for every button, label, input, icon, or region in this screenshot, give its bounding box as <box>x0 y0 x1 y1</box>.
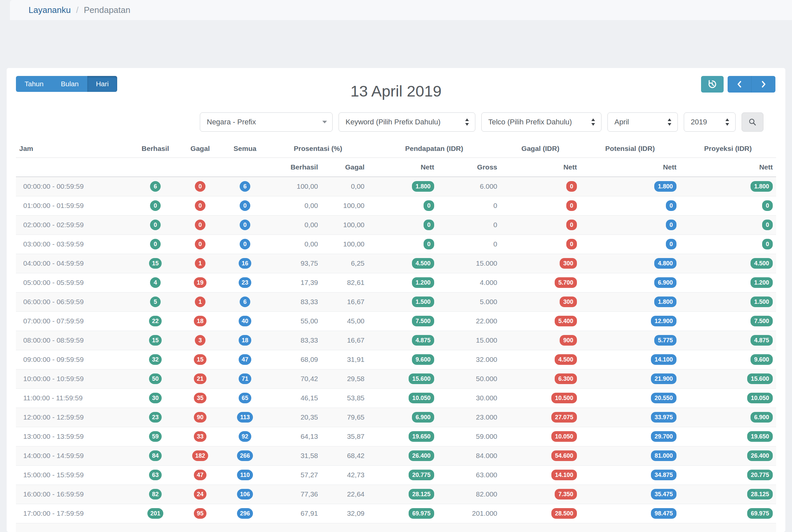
cell-pros_gagal: 22,64 <box>321 484 368 504</box>
breadcrumb-link-layananku[interactable]: Layananku <box>29 5 71 15</box>
berhasil-badge: 0 <box>150 239 161 249</box>
proyeksi-badge: 9.600 <box>751 354 773 365</box>
proyeksi-badge: 19.650 <box>747 431 773 442</box>
period-button-bulan[interactable]: Bulan <box>52 76 87 92</box>
cell-berhasil: 30 <box>132 388 179 407</box>
breadcrumb-current-pendapatan: Pendapatan <box>84 5 130 15</box>
history-button[interactable] <box>701 76 724 93</box>
semua-badge: 71 <box>239 374 251 384</box>
year-value: 2019 <box>691 118 707 126</box>
gagal-idr-badge: 300 <box>560 297 577 307</box>
cell-pros_gagal: 32,09 <box>321 504 368 523</box>
proyeksi-badge: 26.400 <box>747 451 773 461</box>
chevron-right-icon <box>760 80 767 88</box>
keyword-select[interactable]: Keyword (Pilih Prefix Dahulu) <box>338 112 475 132</box>
cell-semua: 296 <box>222 504 268 523</box>
pendapatan-nett-badge: 6.900 <box>412 412 434 422</box>
pendapatan-nett-badge: 26.400 <box>409 451 434 461</box>
telco-select[interactable]: Telco (Pilih Prefix Dahulu) <box>481 112 602 132</box>
cell-gross: 84.000 <box>438 446 501 466</box>
negara-prefix-select[interactable]: Negara - Prefix <box>200 112 333 132</box>
cell-semua: 0 <box>222 196 268 215</box>
gagal-badge: 0 <box>195 181 205 192</box>
cell-semua: 110 <box>222 466 268 484</box>
cell-pros_gagal: 31,91 <box>321 350 368 369</box>
potensial-badge: 98.475 <box>651 508 677 519</box>
cell-gross: 23.000 <box>438 407 501 427</box>
column-subheader: Nett <box>368 158 438 177</box>
cell-gagal: 18 <box>179 311 222 331</box>
berhasil-badge: 32 <box>149 354 162 365</box>
year-select[interactable]: 2019 <box>684 112 736 132</box>
cell-gross: 0 <box>438 215 501 234</box>
cell-proyeksi: 1.200 <box>680 273 776 292</box>
cell-potensial: 5.775 <box>580 331 680 350</box>
cell-semua: 18 <box>222 331 268 350</box>
cell-pros_gagal: 82,61 <box>321 273 368 292</box>
next-day-button[interactable] <box>752 76 775 93</box>
gagal-badge: 1 <box>195 297 205 307</box>
pendapatan-nett-badge: 0 <box>424 220 434 230</box>
cell-pros_berhasil: 17,39 <box>268 273 321 292</box>
period-button-hari[interactable]: Hari <box>87 76 117 92</box>
breadcrumb: Layananku / Pendapatan <box>29 5 130 15</box>
table-header: JamBerhasilGagalSemuaProsentasi (%)Penda… <box>16 140 776 177</box>
cell-jam: 08:00:00 - 08:59:59 <box>16 331 132 350</box>
gagal-idr-badge: 0 <box>566 220 577 230</box>
table-header-row-subs: BerhasilGagalNettGrossNettNettNett <box>16 158 776 177</box>
cell-potensial: 4.800 <box>580 254 680 273</box>
cell-berhasil: 201 <box>132 504 179 523</box>
search-button[interactable] <box>741 112 763 132</box>
cell-nett: 15.600 <box>368 369 438 388</box>
cell-pros_gagal: 53,85 <box>321 388 368 407</box>
filter-row: Negara - Prefix Keyword (Pilih Prefix Da… <box>16 112 763 132</box>
cell-pros_berhasil: 0,00 <box>268 215 321 234</box>
table-row: 10:00:00 - 10:59:5950217170,4229,5815.60… <box>16 369 776 388</box>
cell-potensial: 14.100 <box>580 350 680 369</box>
pendapatan-nett-badge: 1.200 <box>412 277 434 288</box>
cell-gagal: 19 <box>179 273 222 292</box>
period-button-tahun[interactable]: Tahun <box>16 76 52 92</box>
column-subheader <box>16 158 132 177</box>
prev-day-button[interactable] <box>727 76 752 93</box>
cell-pros_berhasil: 31,58 <box>268 446 321 466</box>
pendapatan-nett-badge: 28.125 <box>409 489 434 499</box>
table-body: 00:00:00 - 00:59:59606100,000,001.8006.0… <box>16 177 776 532</box>
cell-gagal_idr: 300 <box>501 292 580 311</box>
cell-proyeksi: 6.900 <box>680 407 776 427</box>
cell-gagal: 0 <box>179 234 222 254</box>
cell-gagal_idr: 14.100 <box>501 466 580 484</box>
proyeksi-badge: 1.800 <box>751 181 773 192</box>
cell-nett: 1.800 <box>368 177 438 196</box>
date-nav-group <box>727 76 775 93</box>
proyeksi-badge: 20.775 <box>747 470 773 480</box>
cell-jam: 05:00:00 - 05:59:59 <box>16 273 132 292</box>
gagal-idr-badge: 0 <box>566 181 577 192</box>
table-row: 02:00:00 - 02:59:590000,00100,0000000 <box>16 215 776 234</box>
proyeksi-badge: 6.900 <box>751 412 773 422</box>
table-row: 12:00:00 - 12:59:59239011320,3579,656.90… <box>16 407 776 427</box>
cell-jam: 12:00:00 - 12:59:59 <box>16 407 132 427</box>
cell-jam: 03:00:00 - 03:59:59 <box>16 234 132 254</box>
cell-proyeksi: 26.400 <box>680 446 776 466</box>
table-row-partial <box>16 523 776 532</box>
cell-gagal_idr: 4.500 <box>501 350 580 369</box>
cell-potensial: 0 <box>580 215 680 234</box>
cell-semua: 23 <box>222 273 268 292</box>
cell-nett: 4.875 <box>368 331 438 350</box>
toolbar: Tahun Bulan Hari 13 April 2019 <box>16 76 776 109</box>
potensial-badge: 35.475 <box>651 489 677 499</box>
cell-berhasil: 63 <box>132 466 179 484</box>
cell-potensial: 6.900 <box>580 273 680 292</box>
month-value: April <box>614 118 629 126</box>
potensial-badge: 29.700 <box>651 431 677 442</box>
cell-semua: 0 <box>222 215 268 234</box>
semua-badge: 106 <box>237 489 253 499</box>
column-subheader: Nett <box>580 158 680 177</box>
proyeksi-badge: 10.050 <box>747 393 773 403</box>
cell-berhasil: 23 <box>132 407 179 427</box>
cell-jam: 16:00:00 - 16:59:59 <box>16 484 132 504</box>
month-select[interactable]: April <box>607 112 678 132</box>
cell-proyeksi: 7.500 <box>680 311 776 331</box>
proyeksi-badge: 0 <box>762 200 773 211</box>
